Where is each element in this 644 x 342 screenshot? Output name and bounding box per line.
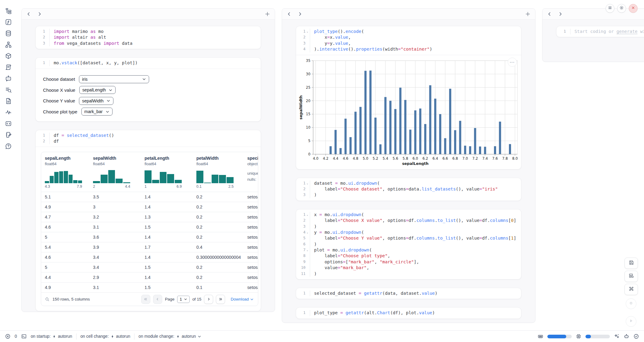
code-editor[interactable]: 1plot_type = getattr(alt.Chart(df), plot… bbox=[296, 308, 521, 318]
help-icon[interactable] bbox=[5, 143, 12, 150]
code-text: ) bbox=[314, 192, 317, 198]
empty-code-editor[interactable]: 1Start coding or generate with AI bbox=[556, 26, 644, 37]
column-header-sepalLength[interactable]: sepalLengthfloat644.37.9 bbox=[45, 156, 93, 189]
chevron-down-icon bbox=[106, 110, 109, 114]
code-text: label="Choose X value", options=df.colum… bbox=[314, 218, 516, 223]
page-select[interactable]: 1 bbox=[177, 296, 189, 303]
column-scroll-left-icon[interactable] bbox=[26, 12, 31, 16]
play-icon bbox=[628, 318, 634, 325]
scroll-icon[interactable] bbox=[5, 64, 12, 71]
variables-icon[interactable] bbox=[5, 19, 12, 26]
code-editor[interactable]: 1mo.vstack([dataset, x, y, plot]) bbox=[36, 58, 261, 69]
chevron-down-icon bbox=[109, 88, 113, 92]
column-header-petalWidth[interactable]: petalWidthfloat640.12.5 bbox=[196, 156, 247, 189]
svg-text:4.4: 4.4 bbox=[333, 156, 338, 161]
line-number: 5 bbox=[296, 235, 310, 241]
fold-chevron-icon[interactable]: ⌄ bbox=[306, 247, 309, 253]
documentation-icon[interactable] bbox=[5, 98, 12, 105]
errors-icon[interactable] bbox=[5, 333, 11, 339]
line-number: 2 bbox=[296, 218, 310, 223]
first-page-button[interactable] bbox=[141, 295, 150, 304]
runtime-setting-on-module-change[interactable]: on module change:autorun bbox=[138, 334, 201, 339]
code-editor[interactable]: 1df = selected_dataset()2df bbox=[36, 130, 261, 147]
code-text: ) bbox=[314, 241, 317, 247]
add-cell-icon[interactable] bbox=[265, 11, 270, 17]
chart-actions-button[interactable]: ••• bbox=[508, 58, 517, 67]
notebook-menu-button[interactable] bbox=[606, 4, 614, 13]
altair-bar-chart[interactable]: 4.04.24.44.64.85.05.25.45.65.86.06.26.46… bbox=[296, 55, 521, 169]
svg-text:7.4: 7.4 bbox=[482, 156, 488, 161]
previous-page-button[interactable] bbox=[153, 295, 162, 304]
column-2-body: 1⌄plot_type().encode(2 x=x.value,3 y=y.v… bbox=[282, 20, 535, 323]
generate-with-ai-link[interactable]: generate bbox=[617, 29, 638, 34]
code-text: ) bbox=[314, 271, 317, 277]
next-page-button[interactable] bbox=[204, 295, 213, 304]
fold-chevron-icon[interactable]: ⌄ bbox=[306, 212, 309, 218]
stop-button[interactable] bbox=[626, 298, 636, 309]
code-editor[interactable]: 1⌄x = mo.ui.dropdown(2 label="Choose X v… bbox=[296, 209, 521, 279]
fold-chevron-icon[interactable]: ⌄ bbox=[306, 230, 309, 235]
runtime-setting-on-startup[interactable]: on startup:autorun bbox=[31, 334, 72, 339]
shutdown-button[interactable] bbox=[629, 4, 638, 13]
line-number: 3 bbox=[296, 224, 310, 230]
save-button[interactable] bbox=[624, 258, 638, 269]
code-editor[interactable]: 1selected_dataset = getattr(data, datase… bbox=[296, 288, 521, 299]
ai-assistant-robot-icon[interactable] bbox=[624, 333, 629, 339]
download-button[interactable]: Download bbox=[231, 297, 254, 301]
last-page-button[interactable] bbox=[216, 295, 225, 304]
ai-chat-icon[interactable] bbox=[5, 75, 12, 82]
layout-button[interactable] bbox=[624, 271, 638, 282]
command-palette-button[interactable] bbox=[624, 284, 638, 295]
line-number: 3 bbox=[296, 192, 310, 198]
data-sources-icon[interactable] bbox=[5, 30, 12, 37]
logs-search-icon[interactable] bbox=[5, 86, 12, 93]
column-scroll-left-icon[interactable] bbox=[547, 12, 552, 16]
add-cell-icon[interactable] bbox=[525, 11, 531, 17]
connection-status-icon[interactable] bbox=[633, 333, 639, 339]
dropdown-label: Choose X value bbox=[43, 87, 75, 93]
tracing-icon[interactable] bbox=[5, 109, 12, 116]
choose-x-value-select[interactable]: sepalLength bbox=[79, 86, 116, 94]
fold-chevron-icon[interactable]: ⌄ bbox=[306, 29, 309, 34]
dropdown-label: Choose dataset bbox=[43, 77, 75, 82]
column-header-petalLength[interactable]: petalLengthfloat6416.9 bbox=[145, 156, 196, 189]
code-text: y = mo.ui.dropdown( bbox=[314, 230, 364, 235]
line-number: 7⌄ bbox=[296, 247, 310, 253]
choose-y-value-select[interactable]: sepalWidth bbox=[79, 97, 113, 105]
dependency-graph-icon[interactable] bbox=[5, 41, 12, 48]
cpu-usage-bar bbox=[585, 335, 610, 338]
settings-button[interactable] bbox=[617, 4, 626, 13]
column-3-header bbox=[542, 9, 644, 20]
packages-icon[interactable] bbox=[5, 52, 12, 59]
code-text: import altair as alt bbox=[54, 34, 106, 40]
column-header-sepalWidth[interactable]: sepalWidthfloat6424.4 bbox=[93, 156, 145, 189]
run-button[interactable] bbox=[626, 316, 636, 327]
notebook-cell: 1⌄dataset = mo.ui.dropdown(2 label="Choo… bbox=[296, 178, 521, 201]
snippets-icon[interactable] bbox=[5, 120, 12, 127]
fold-chevron-icon[interactable]: ⌄ bbox=[306, 180, 309, 186]
code-editor[interactable]: 1import marimo as mo2import altair as al… bbox=[36, 26, 261, 49]
search-icon[interactable] bbox=[45, 297, 50, 302]
column-header-species[interactable]: speciesobjectunique:nulls: bbox=[247, 156, 258, 189]
ai-sparkles-icon[interactable] bbox=[614, 333, 620, 339]
terminal-icon[interactable] bbox=[21, 333, 27, 339]
line-number: 2 bbox=[36, 34, 50, 40]
line-number: 2 bbox=[296, 186, 310, 192]
file-explorer-icon[interactable] bbox=[5, 7, 12, 14]
svg-text:sepalWidth: sepalWidth bbox=[299, 95, 303, 119]
runtime-setting-on-cell-change[interactable]: on cell change:autorun bbox=[80, 334, 131, 339]
column-scroll-right-icon[interactable] bbox=[298, 12, 302, 16]
choose-dataset-select[interactable]: iris bbox=[79, 75, 149, 83]
column-histogram bbox=[196, 169, 234, 183]
code-editor[interactable]: 1⌄dataset = mo.ui.dropdown(2 label="Choo… bbox=[296, 178, 521, 201]
svg-text:5.2: 5.2 bbox=[373, 156, 378, 161]
scratchpad-icon[interactable] bbox=[5, 131, 12, 138]
column-scroll-left-icon[interactable] bbox=[287, 12, 292, 16]
column-scroll-right-icon[interactable] bbox=[37, 12, 42, 16]
notebook-cell: 1df = selected_dataset()2dfsepalLengthfl… bbox=[35, 130, 261, 312]
column-scroll-right-icon[interactable] bbox=[558, 12, 563, 16]
code-editor[interactable]: 1⌄plot_type().encode(2 x=x.value,3 y=y.v… bbox=[296, 26, 521, 55]
svg-text:4.2: 4.2 bbox=[323, 156, 328, 161]
choose-plot-type-select[interactable]: mark_bar bbox=[81, 108, 113, 116]
autorun-bolt-icon bbox=[52, 335, 56, 338]
